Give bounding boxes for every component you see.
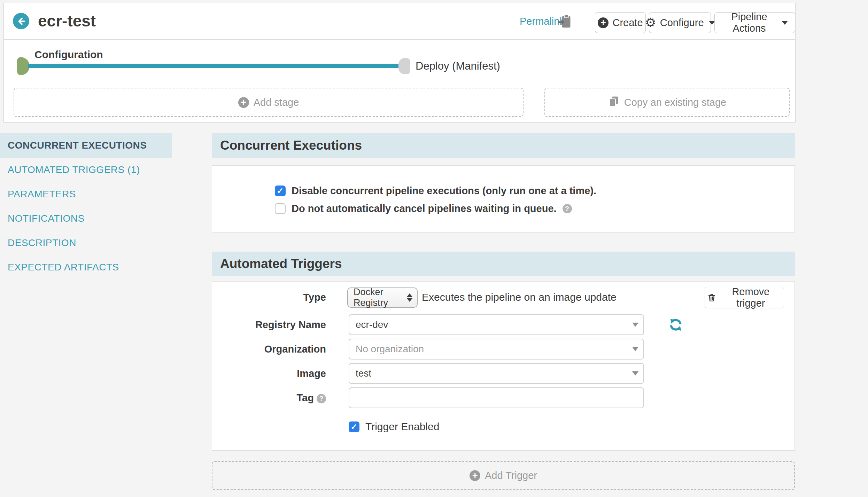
trigger-type-row: Type Docker Registry Executes the pipeli… xyxy=(212,282,795,313)
organization-row: Organization No organization xyxy=(212,339,795,360)
create-button-label: Create xyxy=(612,17,643,29)
pipeline-header-card: ecr-test Permalink + Create ⚙ Configure … xyxy=(3,3,796,123)
organization-placeholder: No organization xyxy=(356,344,424,355)
sidebar-item-concurrent-executions[interactable]: CONCURRENT EXECUTIONS xyxy=(0,133,172,158)
chevron-down-icon xyxy=(709,21,715,25)
stage-label-configuration[interactable]: Configuration xyxy=(34,49,103,61)
no-auto-cancel-queue-label: Do not automatically cancel pipelines wa… xyxy=(292,203,557,214)
copy-existing-stage-label: Copy an existing stage xyxy=(624,97,726,108)
registry-name-row: Registry Name ecr-dev xyxy=(212,314,795,335)
copy-to-clipboard-icon[interactable] xyxy=(557,14,572,29)
add-stage-label: Add stage xyxy=(254,97,299,108)
registry-name-label: Registry Name xyxy=(212,314,326,335)
sidebar-item-notifications[interactable]: NOTIFICATIONS xyxy=(0,206,172,231)
trigger-type-value: Docker Registry xyxy=(354,287,407,308)
config-main: Concurrent Executions ✓ Disable concurre… xyxy=(212,133,795,490)
gear-icon: ⚙ xyxy=(645,16,656,29)
checkbox-checked-icon[interactable]: ✓ xyxy=(349,421,359,432)
no-auto-cancel-queue-checkbox-row[interactable]: Do not automatically cancel pipelines wa… xyxy=(275,203,572,214)
trigger-enabled-checkbox-row[interactable]: ✓ Trigger Enabled xyxy=(349,421,439,433)
sidebar-item-automated-triggers[interactable]: AUTOMATED TRIGGERS (1) xyxy=(0,158,172,182)
sidebar-item-expected-artifacts[interactable]: EXPECTED ARTIFACTS xyxy=(0,255,172,279)
tag-input[interactable] xyxy=(349,387,644,408)
pipeline-configuration-page: ecr-test Permalink + Create ⚙ Configure … xyxy=(0,0,868,497)
help-icon[interactable]: ? xyxy=(317,394,326,403)
plus-icon: + xyxy=(470,470,480,481)
sidebar-item-parameters[interactable]: PARAMETERS xyxy=(0,182,172,206)
dropdown-caret-icon xyxy=(627,339,643,359)
page-title: ecr-test xyxy=(38,3,96,39)
checkbox-unchecked-icon[interactable] xyxy=(275,203,286,214)
sidebar-item-description[interactable]: DESCRIPTION xyxy=(0,231,172,255)
type-label: Type xyxy=(212,282,326,313)
registry-name-value: ecr-dev xyxy=(356,319,388,330)
image-value: test xyxy=(356,368,371,379)
automated-triggers-section-header: Automated Triggers xyxy=(212,252,795,276)
select-updown-icon xyxy=(407,293,412,302)
help-icon[interactable]: ? xyxy=(563,204,572,213)
config-sidebar: CONCURRENT EXECUTIONS AUTOMATED TRIGGERS… xyxy=(0,133,172,279)
checkbox-checked-icon[interactable]: ✓ xyxy=(275,186,286,196)
tag-row: Tag ? xyxy=(212,387,795,408)
copy-existing-stage-button[interactable]: Copy an existing stage xyxy=(544,88,790,117)
plus-icon: + xyxy=(238,97,249,108)
trigger-type-select[interactable]: Docker Registry xyxy=(347,287,418,308)
dropdown-caret-icon xyxy=(627,315,643,334)
organization-select[interactable]: No organization xyxy=(349,339,644,360)
refresh-icon xyxy=(668,317,683,332)
plus-icon: + xyxy=(598,17,609,28)
registry-name-select[interactable]: ecr-dev xyxy=(349,314,644,335)
pipeline-connector-line xyxy=(28,64,404,68)
organization-label: Organization xyxy=(212,339,326,360)
copy-icon xyxy=(608,95,620,110)
concurrent-executions-card: ✓ Disable concurrent pipeline executions… xyxy=(212,165,795,232)
app-header: ecr-test Permalink + Create ⚙ Configure … xyxy=(4,3,795,40)
stage-node-deploy-manifest[interactable] xyxy=(398,58,410,74)
stage-label-deploy-manifest[interactable]: Deploy (Manifest) xyxy=(416,60,500,72)
dropdown-caret-icon xyxy=(627,364,643,383)
concurrent-executions-section-header: Concurrent Executions xyxy=(212,133,795,158)
chevron-down-icon xyxy=(782,21,788,25)
image-row: Image test xyxy=(212,363,795,384)
back-button[interactable] xyxy=(13,13,29,29)
add-trigger-button[interactable]: + Add Trigger xyxy=(212,461,795,490)
configure-button[interactable]: ⚙ Configure xyxy=(649,12,711,33)
disable-concurrent-executions-label: Disable concurrent pipeline executions (… xyxy=(292,185,596,197)
remove-trigger-label: Remove trigger xyxy=(720,286,782,309)
trigger-type-description: Executes the pipeline on an image update xyxy=(422,282,617,313)
refresh-registries-button[interactable] xyxy=(668,317,683,332)
trigger-enabled-label: Trigger Enabled xyxy=(365,421,439,433)
arrow-left-icon xyxy=(16,16,26,26)
create-button[interactable]: + Create xyxy=(595,12,646,33)
image-label: Image xyxy=(212,363,326,384)
disable-concurrent-executions-checkbox-row[interactable]: ✓ Disable concurrent pipeline executions… xyxy=(275,185,596,197)
image-select[interactable]: test xyxy=(349,363,644,384)
add-trigger-label: Add Trigger xyxy=(485,470,537,481)
configure-button-label: Configure xyxy=(660,17,704,29)
pipeline-graph: Configuration Deploy (Manifest) + Add st… xyxy=(4,40,795,123)
remove-trigger-button[interactable]: Remove trigger xyxy=(705,287,784,308)
pipeline-actions-label: Pipeline Actions xyxy=(722,11,777,34)
automated-trigger-card: Type Docker Registry Executes the pipeli… xyxy=(212,281,795,451)
trash-icon xyxy=(707,292,716,303)
pipeline-actions-button[interactable]: Pipeline Actions xyxy=(714,12,795,33)
stage-node-configuration[interactable] xyxy=(17,57,30,75)
tag-label: Tag ? xyxy=(212,387,326,408)
add-stage-button[interactable]: + Add stage xyxy=(14,88,524,117)
